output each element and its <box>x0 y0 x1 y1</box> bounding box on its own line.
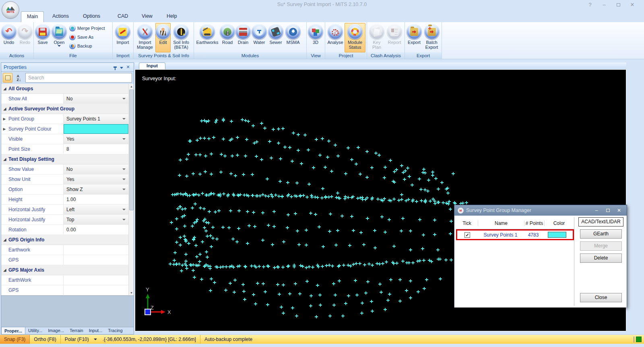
property-value[interactable]: Yes <box>64 134 128 144</box>
3d-button[interactable]: 3D <box>308 23 324 52</box>
property-row[interactable]: Show AllNo <box>1 94 128 104</box>
delete-button[interactable]: Delete <box>580 253 622 263</box>
import-button[interactable]: Import <box>114 23 132 52</box>
property-row[interactable]: Height1.00 <box>1 195 128 205</box>
tab-tracing[interactable]: Tracing <box>105 327 125 334</box>
tab-terrain[interactable]: Terrain <box>67 327 86 334</box>
ortho-toggle[interactable]: Ortho (F8) <box>30 335 60 344</box>
property-row[interactable]: Earthwork <box>1 245 128 255</box>
analyse-button[interactable]: Analyse <box>326 23 345 52</box>
property-row[interactable]: Rotation0.00 <box>1 225 128 235</box>
property-row[interactable]: ▶Survey Point Colour <box>1 124 128 134</box>
export-button[interactable]: Export <box>406 23 423 52</box>
drain-button[interactable]: Drain <box>235 23 251 52</box>
search-input[interactable] <box>25 73 132 83</box>
dialog-close-icon[interactable]: ✕ <box>615 208 623 213</box>
close-icon[interactable]: ✕ <box>627 1 638 8</box>
chevron-down-icon[interactable] <box>118 65 125 70</box>
pin-icon[interactable] <box>112 65 118 70</box>
tab-properties[interactable]: Proper... <box>1 327 25 334</box>
gearth-button[interactable]: GEarth <box>580 229 622 239</box>
checkbox-checked-icon[interactable]: ✓ <box>464 232 470 238</box>
property-value[interactable]: No <box>64 94 128 104</box>
water-button[interactable]: Water <box>251 23 267 52</box>
undo-button[interactable]: Undo <box>1 23 17 52</box>
tab-cad[interactable]: CAD <box>112 11 134 22</box>
tab-options[interactable]: Options <box>77 11 106 22</box>
property-group-header[interactable]: ◢Active Surveyor Point Group <box>1 104 128 114</box>
property-value[interactable]: Survey Points 1 <box>64 114 128 124</box>
property-value[interactable] <box>64 285 128 295</box>
collapse-icon[interactable]: ◢ <box>1 157 8 161</box>
scroll-up-icon[interactable]: ▲ <box>129 84 134 89</box>
tab-actions[interactable]: Actions <box>47 11 74 22</box>
property-value[interactable]: 1.00 <box>64 195 128 204</box>
row-color-cell[interactable] <box>543 232 571 238</box>
property-value[interactable] <box>64 124 128 134</box>
restore-icon[interactable] <box>613 1 624 8</box>
property-group-header[interactable]: ◢GPS Origin Info <box>1 235 128 245</box>
property-row[interactable]: Horizontal JustifyTop <box>1 215 128 225</box>
property-row[interactable]: Horizontal JustifyLeft <box>1 205 128 215</box>
collapse-icon[interactable]: ◢ <box>1 268 8 272</box>
property-value[interactable] <box>64 275 128 285</box>
property-value[interactable]: Top <box>64 215 128 224</box>
backup-button[interactable]: Backup <box>69 42 105 50</box>
property-row[interactable]: Show UnitYes <box>1 175 128 185</box>
dialog-restore-icon[interactable] <box>603 208 612 213</box>
tab-input[interactable]: Input... <box>86 327 105 334</box>
help-icon[interactable]: ? <box>584 1 596 8</box>
property-group-header[interactable]: ◢GPS Major Axis <box>1 265 128 275</box>
property-row[interactable]: Point Size8 <box>1 144 128 154</box>
expander-icon[interactable]: ▶ <box>1 114 8 124</box>
save-button[interactable]: Save <box>35 23 51 52</box>
property-value[interactable]: Show Z <box>64 185 128 194</box>
merge-project-button[interactable]: Merge Project <box>69 24 105 32</box>
row-name-cell[interactable]: Survey Points 1 <box>477 232 524 238</box>
property-row[interactable]: EarthWork <box>1 275 128 285</box>
categorized-view-button[interactable] <box>3 73 12 83</box>
sort-az-button[interactable]: AZ↓ <box>14 73 24 83</box>
property-value[interactable]: No <box>64 164 128 174</box>
dialog-minimize-icon[interactable]: – <box>592 208 601 213</box>
open-button[interactable]: Open <box>51 23 68 52</box>
close-button[interactable]: Close <box>580 293 622 302</box>
edit-button[interactable]: Edit <box>155 23 171 52</box>
tab-image[interactable]: Image... <box>45 327 67 334</box>
save-as-button[interactable]: Save As <box>69 33 105 41</box>
snap-toggle[interactable]: Snap (F3) <box>0 335 30 344</box>
collapse-icon[interactable]: ◢ <box>1 107 8 111</box>
property-group-header[interactable]: ◢Text Display Setting <box>1 154 128 164</box>
property-value[interactable]: 0.00 <box>64 225 128 235</box>
property-row[interactable]: VisibleYes <box>1 134 128 144</box>
property-value[interactable]: 8 <box>64 144 128 154</box>
minimize-icon[interactable]: – <box>599 1 610 8</box>
sewer-button[interactable]: Sewer <box>267 23 284 52</box>
batch-export-button[interactable]: Batch Export <box>423 23 441 52</box>
panel-close-icon[interactable]: ✕ <box>125 64 131 70</box>
polar-toggle[interactable]: Polar (F10) <box>61 335 93 344</box>
road-button[interactable]: Road <box>220 23 235 52</box>
property-row[interactable]: GPS <box>1 255 128 265</box>
canvas-tab-input[interactable]: Input <box>139 62 165 69</box>
table-row[interactable]: ✓ Survey Points 1 4783 <box>456 229 574 240</box>
collapse-icon[interactable]: ◢ <box>1 87 8 91</box>
earthworks-button[interactable]: Earthworks <box>195 23 220 52</box>
color-swatch[interactable] <box>548 232 566 238</box>
module-status-button[interactable]: Module Status <box>345 23 365 52</box>
row-tick-cell[interactable]: ✓ <box>457 232 477 238</box>
coords-dropdown-icon[interactable] <box>93 335 99 344</box>
import-manage-button[interactable]: Import Manage <box>134 23 155 52</box>
scrollbar-thumb[interactable] <box>129 89 134 210</box>
property-row[interactable]: GPS <box>1 285 128 295</box>
msma-button[interactable]: MSMA <box>284 23 302 52</box>
properties-scrollbar[interactable]: ▲ ▼ <box>128 84 134 295</box>
collapse-icon[interactable]: ◢ <box>1 238 8 242</box>
property-group-header[interactable]: ◢All Groups <box>1 84 128 94</box>
property-value[interactable] <box>64 245 128 255</box>
acad-text-lidar-button[interactable]: ACAD/Text/LIDAR <box>578 217 623 226</box>
dialog-title-bar[interactable]: M Survey Point Group Manager – ✕ <box>454 205 627 216</box>
property-row[interactable]: OptionShow Z <box>1 185 128 195</box>
scroll-down-icon[interactable]: ▼ <box>129 290 134 295</box>
property-row[interactable]: Show ValueNo <box>1 164 128 175</box>
